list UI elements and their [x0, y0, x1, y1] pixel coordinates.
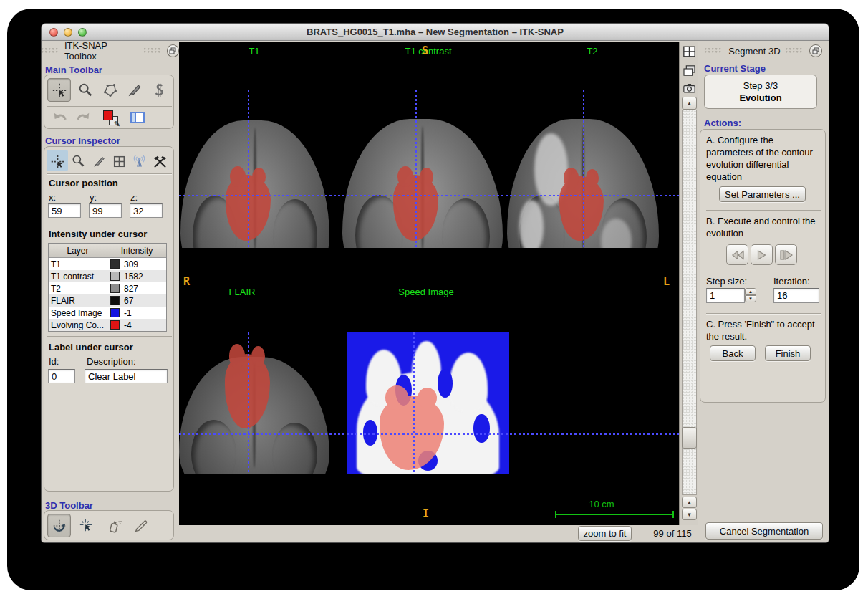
- snake-tool-button[interactable]: [150, 81, 168, 99]
- description-label: Description:: [87, 356, 136, 367]
- crosshair-tool-button[interactable]: [50, 81, 68, 99]
- segment-3d-header[interactable]: Segment 3D: [698, 42, 829, 60]
- tab-paintbrush-inspector[interactable]: [90, 153, 107, 170]
- zoom-tool-button[interactable]: [76, 81, 94, 99]
- minimize-button[interactable]: [64, 28, 72, 37]
- step-evolution-button[interactable]: [775, 244, 797, 265]
- slice-row-bottom[interactable]: [179, 285, 679, 474]
- slice-view-canvas[interactable]: T1 T1 contrast T2 S R L I: [179, 42, 679, 525]
- layer-color-swatch: [110, 320, 120, 330]
- 3d-crosshair-tool-button[interactable]: [77, 517, 95, 535]
- label-description-input[interactable]: Clear Label: [85, 369, 168, 383]
- tab-tools-inspector[interactable]: [151, 153, 168, 170]
- stage-indicator: Step 3/3 Evolution: [704, 75, 817, 109]
- table-row[interactable]: FLAIR67: [49, 294, 166, 307]
- layer-inspector-button[interactable]: [129, 110, 146, 125]
- intensity-table-header: Layer Intensity: [49, 244, 166, 258]
- drag-grip[interactable]: [42, 48, 59, 54]
- iteration-input[interactable]: 16: [773, 288, 819, 303]
- cursor-z-input[interactable]: 32: [130, 203, 163, 218]
- speed-image-slice[interactable]: [347, 332, 509, 474]
- column-header-intensity[interactable]: Intensity: [107, 244, 166, 257]
- rewind-evolution-button[interactable]: [726, 244, 748, 265]
- toolbox-header[interactable]: ITK-SNAP Toolbox: [42, 42, 179, 60]
- label-id-input[interactable]: 0: [48, 369, 75, 383]
- rewind-icon: [731, 250, 744, 260]
- z-label: z:: [130, 192, 138, 203]
- play-icon: [757, 250, 766, 260]
- actions-box: A. Configure the parameters of the conto…: [700, 129, 826, 403]
- toolbox-panel: ITK-SNAP Toolbox Main Toolbar: [42, 42, 179, 542]
- column-header-layer[interactable]: Layer: [49, 244, 107, 257]
- tab-sync-inspector[interactable]: [130, 153, 148, 170]
- 3d-spray-tool-button[interactable]: [105, 517, 122, 535]
- zoom-to-fit-button[interactable]: zoom to fit: [578, 526, 632, 541]
- step-size-input[interactable]: 1: [706, 288, 745, 303]
- spinner-down-icon[interactable]: ▼: [745, 295, 756, 302]
- crosshair-vertical-t1-contrast: [415, 90, 417, 248]
- play-evolution-button[interactable]: [751, 244, 773, 265]
- step-size-spinner[interactable]: ▲ ▼: [745, 288, 756, 303]
- zoom-button-mac[interactable]: [78, 28, 87, 37]
- traffic-lights: [49, 28, 87, 37]
- scroll-up-button[interactable]: ▲: [682, 97, 697, 110]
- finish-button[interactable]: Finish: [765, 345, 811, 361]
- pencil-icon: ✎: [114, 120, 120, 129]
- crosshair-vertical-speed: [413, 332, 415, 474]
- table-row[interactable]: T1 contrast1582: [49, 270, 166, 282]
- toolbox-title: ITK-SNAP Toolbox: [64, 40, 139, 62]
- drag-grip[interactable]: [144, 48, 162, 54]
- drag-grip[interactable]: [705, 48, 723, 54]
- back-button[interactable]: Back: [710, 345, 756, 361]
- screenshot-camera-button[interactable]: [683, 81, 696, 95]
- detach-panel-button[interactable]: [809, 44, 822, 57]
- iteration-label: Iteration:: [773, 275, 810, 287]
- table-row[interactable]: T2827: [49, 282, 166, 294]
- table-row[interactable]: Speed Image-1: [49, 307, 166, 319]
- close-button[interactable]: [49, 28, 58, 37]
- overlap-windows-icon: [169, 47, 176, 54]
- 3d-trackball-tool-button[interactable]: [50, 517, 68, 535]
- id-label: Id:: [49, 356, 59, 367]
- slice-scrollbar-thumb[interactable]: [682, 427, 697, 449]
- table-row[interactable]: T1309: [49, 258, 166, 270]
- tab-layer-inspector[interactable]: [110, 153, 127, 170]
- polygon-tool-button[interactable]: [101, 81, 119, 99]
- orientation-marker-inferior: I: [423, 507, 429, 520]
- 3d-toolbar-label: 3D Toolbar: [45, 500, 93, 511]
- segment-3d-panel: Segment 3D Current Stage Step 3/3 Evolut…: [698, 42, 829, 542]
- layer-color-swatch: [110, 272, 120, 281]
- tab-zoom-inspector[interactable]: [69, 153, 87, 170]
- drag-grip[interactable]: [786, 48, 804, 54]
- scroll-up-button-bottom[interactable]: ▲: [682, 497, 697, 508]
- spinner-up-icon[interactable]: ▲: [745, 288, 756, 295]
- cursor-y-input[interactable]: 99: [89, 203, 122, 218]
- action-c-text: C. Press 'Finish" to accept the result.: [706, 318, 822, 342]
- tile-layout-button[interactable]: [683, 44, 696, 58]
- cursor-inspector-label: Cursor Inspector: [45, 135, 120, 146]
- cursor-x-input[interactable]: 59: [48, 203, 81, 218]
- set-parameters-button[interactable]: Set Parameters ...: [719, 186, 806, 202]
- detach-panel-button[interactable]: [167, 44, 179, 57]
- cascade-layout-button[interactable]: [683, 64, 696, 77]
- paintbrush-tool-button[interactable]: [125, 81, 143, 99]
- active-label-button[interactable]: ✎: [102, 109, 120, 128]
- intensity-label: Intensity under cursor: [49, 229, 147, 239]
- crosshair-horizontal-bottom: [179, 433, 679, 435]
- segment-3d-title: Segment 3D: [728, 46, 780, 57]
- cancel-segmentation-button[interactable]: Cancel Segmentation: [705, 522, 823, 540]
- 3d-scalpel-tool-button[interactable]: [132, 517, 150, 535]
- titlebar[interactable]: BRATS_HG0015_T1.mha – New Segmentation –…: [42, 24, 829, 41]
- undo-button[interactable]: [52, 110, 69, 127]
- layer-color-swatch: [110, 296, 120, 305]
- slice-row-top[interactable]: [179, 42, 679, 248]
- x-label: x:: [49, 192, 56, 203]
- active-label-swatch: [103, 110, 113, 120]
- table-row[interactable]: Evolving Co...-4: [49, 319, 166, 331]
- window-title: BRATS_HG0015_T1.mha – New Segmentation –…: [307, 27, 564, 37]
- redo-button[interactable]: [74, 110, 92, 127]
- tab-cursor-inspector[interactable]: [49, 153, 66, 170]
- actions-label: Actions:: [704, 118, 741, 128]
- crosshair-horizontal-top: [179, 195, 679, 196]
- scroll-down-button[interactable]: ▼: [682, 509, 697, 520]
